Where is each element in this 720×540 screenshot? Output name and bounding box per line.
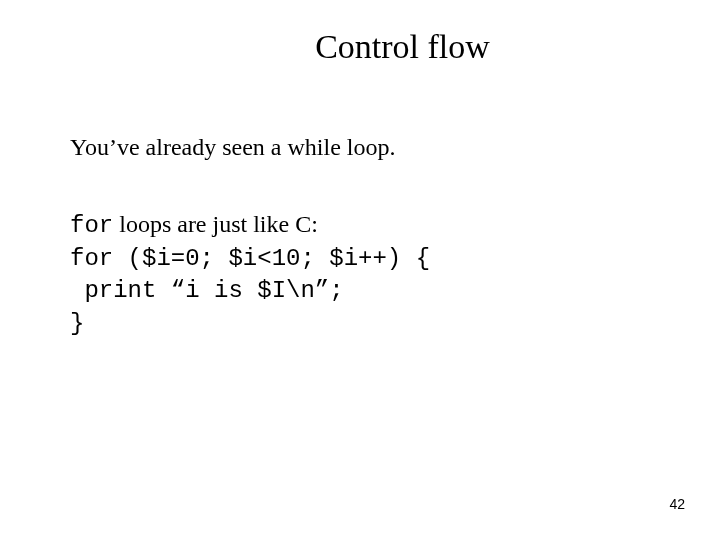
code-line-1: for ($i=0; $i<10; $i++) {	[70, 243, 650, 275]
code-line-2: print “i is $I\n”;	[70, 275, 650, 307]
for-description-rest: loops are just like C:	[113, 211, 318, 237]
for-loop-description: for loops are just like C:	[70, 208, 650, 242]
for-keyword: for	[70, 212, 113, 239]
code-line-3: }	[70, 308, 650, 340]
slide-title: Control flow	[155, 28, 650, 66]
slide: Control flow You’ve already seen a while…	[0, 0, 720, 540]
page-number: 42	[669, 496, 685, 512]
intro-text: You’ve already seen a while loop.	[70, 131, 650, 163]
